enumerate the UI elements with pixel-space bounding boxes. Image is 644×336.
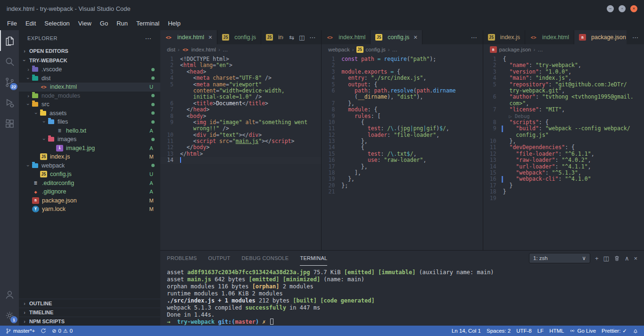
kill-terminal-icon[interactable]: [614, 255, 620, 261]
code-line[interactable]: 14 "url-loader": "^4.1.1",: [483, 164, 644, 170]
editor-code[interactable]: 1{2 "name": "try-webpack",3 "version": "…: [483, 55, 644, 250]
code-line[interactable]: 6 path: path.resolve(path.dirname: [322, 88, 482, 94]
code-line[interactable]: content="width=device-width,: [160, 88, 321, 94]
tree-item-images[interactable]: ›images: [19, 135, 160, 144]
prettier-status[interactable]: Prettier: ✓: [599, 326, 630, 336]
run-debug-activity-icon[interactable]: [0, 92, 19, 113]
close-tab-icon[interactable]: ×: [208, 34, 212, 41]
tab-index-html[interactable]: <>index.html: [525, 30, 574, 44]
language-mode-status[interactable]: HTML: [546, 326, 567, 336]
code-line[interactable]: 13 "raw-loader": "^4.0.2",: [483, 157, 644, 163]
code-line[interactable]: 13</html>: [160, 151, 321, 157]
explorer-more-actions-icon[interactable]: ⋯: [145, 34, 152, 42]
maximize-panel-icon[interactable]: ∧: [625, 255, 629, 262]
tree-item--gitignore[interactable]: ◆.gitignoreA: [19, 187, 160, 196]
panel-tab-output[interactable]: OUTPUT: [208, 251, 231, 266]
editor-action-more-icon[interactable]: ⋯: [469, 34, 479, 41]
tree-item-image1-jpg[interactable]: iimage1.jpgA: [19, 144, 160, 153]
eol-status[interactable]: LF: [535, 326, 546, 336]
code-line[interactable]: com>",: [483, 101, 644, 107]
menu-item-help[interactable]: Help: [164, 18, 185, 29]
code-line[interactable]: 12 loader: "file-loader",: [322, 132, 482, 138]
code-line[interactable]: 11 "devDependencies": {: [483, 144, 644, 151]
code-line[interactable]: 2 "name": "try-webpack",: [483, 62, 644, 68]
code-line[interactable]: 8 <body>: [160, 113, 321, 119]
breadcrumb-item[interactable]: …: [392, 47, 398, 52]
go-live-status[interactable]: Go Live: [567, 326, 599, 336]
code-line[interactable]: 3 <head>: [160, 69, 321, 75]
code-line[interactable]: 17 }: [483, 183, 644, 189]
problems-status[interactable]: ⊘ 0 ⚠ 0: [49, 326, 75, 336]
code-line[interactable]: 16 use: "raw-loader",: [322, 157, 482, 163]
tree-item-assets[interactable]: ›assets: [19, 109, 160, 118]
breadcrumb-item[interactable]: …: [537, 47, 543, 52]
open-editors-section[interactable]: › OPEN EDITORS: [19, 46, 160, 56]
code-line[interactable]: 15 test: /\.txt$/,: [322, 151, 482, 157]
code-line[interactable]: 1<!DOCTYPE html>: [160, 56, 321, 62]
menu-item-file[interactable]: File: [3, 18, 21, 29]
code-line[interactable]: 14: [160, 157, 321, 163]
panel-tab-terminal[interactable]: TERMINAL: [300, 251, 327, 266]
maximize-button[interactable]: ▫: [619, 5, 626, 12]
code-line[interactable]: 8 module: {: [322, 107, 482, 113]
code-line[interactable]: 9 rules: [: [322, 113, 482, 119]
code-line[interactable]: 13 },: [322, 138, 482, 144]
code-line[interactable]: 11 test: /\.(jpg|png|gif)$/,: [322, 126, 482, 132]
menu-item-run[interactable]: Run: [112, 18, 132, 29]
code-line[interactable]: initial-scale=1.0" />: [160, 94, 321, 100]
tab-index[interactable]: JSindex: [261, 30, 283, 44]
code-line[interactable]: (__dirname), "dist"),: [322, 94, 482, 100]
menu-item-edit[interactable]: Edit: [21, 18, 40, 29]
panel-tab-problems[interactable]: PROBLEMS: [167, 251, 197, 266]
tree-item-files[interactable]: ›files: [19, 118, 160, 126]
section-timeline[interactable]: ›TIMELINE: [19, 308, 160, 317]
code-line[interactable]: 6 <title>Document</title>: [160, 101, 321, 107]
split-terminal-icon[interactable]: ◫: [603, 255, 609, 262]
code-line[interactable]: 18}: [483, 189, 644, 195]
breadcrumb-item[interactable]: dist: [167, 47, 175, 52]
code-line[interactable]: 4 entry: "./src/index.js",: [322, 75, 482, 81]
tree-item-index-html[interactable]: <>index.htmlU: [19, 83, 160, 92]
editor-action-compare-icon[interactable]: ⇆: [287, 34, 296, 41]
code-line[interactable]: 3 "version": "1.0.0",: [483, 69, 644, 75]
encoding-status[interactable]: UTF-8: [513, 326, 535, 336]
tree-item--vscode[interactable]: ›.vscode: [19, 65, 160, 74]
code-line[interactable]: 9 "build": "webpack --config webpack/: [483, 126, 644, 132]
code-line[interactable]: 4 "main": "index.js",: [483, 75, 644, 81]
source-control-activity-icon[interactable]: 22: [0, 72, 19, 92]
code-line[interactable]: wrong!!" />: [160, 126, 321, 132]
editor-action-more-icon[interactable]: ⋯: [630, 34, 640, 41]
code-line[interactable]: 7 </head>: [160, 107, 321, 113]
tree-item-dist[interactable]: ›dist: [19, 74, 160, 83]
tree-item-node-modules[interactable]: ›node_modules: [19, 92, 160, 101]
code-line[interactable]: 12 </body>: [160, 144, 321, 151]
section-outline[interactable]: ›OUTLINE: [19, 299, 160, 308]
code-line[interactable]: 5 <meta name="viewport": [160, 82, 321, 88]
code-line[interactable]: 5 output: {: [322, 82, 482, 88]
code-line[interactable]: 2<html lang="en">: [160, 62, 321, 68]
extensions-activity-icon[interactable]: [0, 113, 19, 134]
code-line[interactable]: config.js": [483, 132, 644, 138]
terminal-shell-select[interactable]: 1: zsh ∨: [529, 253, 590, 263]
close-panel-icon[interactable]: ×: [634, 255, 637, 262]
code-line[interactable]: ▷ Debug: [483, 113, 644, 119]
editor-code[interactable]: 1<!DOCTYPE html>2<html lang="en">3 <head…: [160, 55, 321, 250]
code-line[interactable]: 16 "webpack-cli": "^4.1.0": [483, 176, 644, 182]
code-line[interactable]: 5 "repository": "git@github.com:JeDTr/: [483, 82, 644, 88]
code-line[interactable]: try-webpack.git",: [483, 88, 644, 94]
menu-item-go[interactable]: Go: [96, 18, 112, 29]
tab-index-html[interactable]: <>index.html: [322, 30, 371, 44]
tab-config-js[interactable]: JSconfig.js×: [371, 30, 422, 44]
explorer-activity-icon[interactable]: [0, 30, 19, 51]
code-line[interactable]: 1{: [483, 56, 644, 62]
tree-item-index-js[interactable]: JSindex.jsM: [19, 152, 160, 161]
code-line[interactable]: 18 ],: [322, 170, 482, 176]
code-line[interactable]: 17 },: [322, 164, 482, 170]
cursor-position-status[interactable]: Ln 14, Col 1: [449, 326, 484, 336]
code-line[interactable]: 21: [322, 189, 482, 195]
tab-index-html[interactable]: <>index.html×: [160, 30, 217, 44]
accounts-activity-icon[interactable]: [0, 284, 19, 305]
code-line[interactable]: 10 },: [483, 138, 644, 144]
close-tab-icon[interactable]: ×: [413, 34, 417, 41]
editor-action-more-icon[interactable]: ⋯: [307, 34, 317, 41]
